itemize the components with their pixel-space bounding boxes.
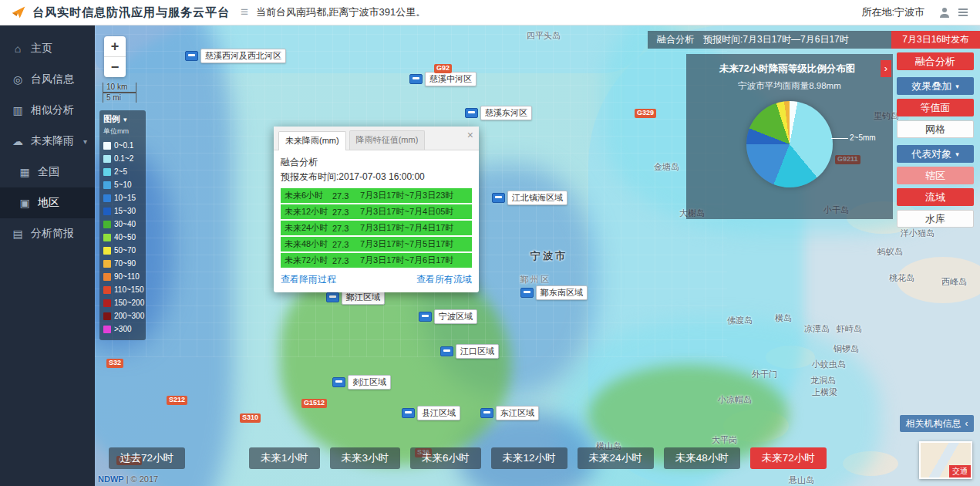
panel-subtitle: 宁波市平均面雨量8.98mm [686, 80, 893, 92]
legend-unit: 单位mm [103, 127, 142, 137]
station-icon [332, 377, 345, 387]
rain-table-row[interactable]: 未来48小时27.37月3日17时~7月5日17时 [281, 237, 472, 251]
row-value: 27.3 [332, 191, 360, 201]
time-button-future-72h[interactable]: 未来72小时 [750, 447, 827, 469]
station-marker[interactable]: 县江区域 [402, 406, 460, 420]
legend-swatch [103, 299, 111, 307]
sidebar-item-home[interactable]: ⌂ 主页 [0, 33, 95, 64]
rain-detail-popup: 未来降雨(mm) 降雨特征值(mm) × 融合分析 预报发布时间:2017-07… [274, 127, 479, 292]
station-marker[interactable]: 慈溪西河及西北河区 [185, 49, 286, 63]
fusion-analysis-button[interactable]: 融合分析 [897, 52, 974, 70]
panel-expand-button[interactable]: › [881, 60, 891, 77]
time-button-past-72h[interactable]: 过去72小时 [109, 447, 185, 469]
legend-label: 150~200 [114, 299, 144, 307]
button-label: 水库 [925, 212, 945, 226]
zoom-in-button[interactable]: + [104, 36, 126, 57]
row-range: 7月3日17时~7月3日23时 [360, 190, 468, 201]
station-marker[interactable]: 慈溪东河区 [465, 106, 532, 120]
minimap-thumbnail[interactable]: 交通 [919, 441, 972, 479]
station-marker[interactable]: 江北镇海区域 [492, 191, 567, 205]
basin-button[interactable]: 流域 [897, 188, 974, 206]
legend-item: 10~15 [103, 191, 142, 204]
overlay-effect-dropdown[interactable]: 效果叠加▾ [897, 77, 974, 95]
popup-close-icon[interactable]: × [467, 130, 473, 140]
legend-label: 110~150 [114, 285, 143, 294]
rain-table-row[interactable]: 未来72小时27.37月3日17时~7月6日17时 [281, 253, 472, 268]
station-marker[interactable]: 宁波区域 [419, 309, 477, 324]
map-scale: 10 km 5 mi [103, 83, 136, 103]
road-badge: G329 [635, 109, 656, 118]
attribution-brand[interactable]: NDWP [98, 474, 124, 484]
map-label-island: 桃花岛 [889, 272, 914, 284]
view-all-basins-link[interactable]: 查看所有流域 [416, 273, 472, 286]
map-label-island: 西峰岛 [941, 276, 967, 288]
station-marker[interactable]: 慈溪中河区 [409, 72, 477, 86]
rain-table-row[interactable]: 未来6小时27.37月3日17时~7月3日23时 [281, 188, 472, 203]
time-button-future-24h[interactable]: 未来24小时 [578, 447, 654, 469]
row-period: 未来24小时 [285, 222, 332, 234]
panel-title: 未来72小时降雨等级比例分布图 [694, 62, 881, 76]
button-label: 网格 [925, 123, 945, 137]
sidebar-item-analysis-report[interactable]: ▤ 分析简报 [0, 218, 95, 249]
station-marker[interactable]: 东江区域 [480, 406, 539, 420]
time-button-future-3h[interactable]: 未来3小时 [330, 447, 401, 469]
legend-swatch [103, 168, 111, 176]
isosurface-button[interactable]: 等值面 [897, 99, 974, 116]
user-icon[interactable] [938, 6, 951, 19]
row-period: 未来12小时 [285, 206, 332, 218]
station-icon [480, 408, 493, 418]
pie-slice-label: 2~5mm [850, 133, 876, 142]
station-marker[interactable]: 鄞东南区域 [520, 285, 588, 300]
org-info-button[interactable]: 相关机构信息 ‹ [900, 415, 974, 432]
typhoon-status-text: 当前台风南玛都,距离宁波市391公里。 [256, 5, 426, 19]
station-icon [440, 346, 453, 356]
legend-label: 0~0.1 [114, 141, 133, 150]
legend-swatch [103, 286, 111, 294]
rain-table-row[interactable]: 未来12小时27.37月3日17时~7月4日05时 [281, 204, 472, 219]
legend-collapse-icon[interactable]: ▾ [123, 116, 127, 123]
map-label-island: 横岛 [775, 312, 792, 324]
legend-item: 110~150 [103, 283, 142, 296]
map-label-island: 凉潭岛 [804, 323, 830, 335]
button-label: 辖区 [925, 169, 945, 183]
sidebar-item-region[interactable]: ▣ 地区 [0, 187, 95, 218]
sidebar-item-typhoon-info[interactable]: ◎ 台风信息 [0, 64, 95, 95]
time-button-future-6h[interactable]: 未来6小时 [410, 447, 481, 469]
legend-item: 70~90 [103, 257, 142, 270]
station-marker[interactable]: 江口区域 [440, 344, 499, 359]
more-menu-icon[interactable] [957, 6, 969, 19]
fusion-analysis-label[interactable]: 融合分析 [648, 33, 703, 46]
tab-future-rain[interactable]: 未来降雨(mm) [278, 131, 346, 150]
road-badge: S32 [106, 359, 123, 368]
row-range: 7月3日17时~7月6日17时 [360, 255, 468, 266]
location-label[interactable]: 所在地:宁波市 [861, 5, 924, 19]
sidebar-item-nationwide[interactable]: ▦ 全国 [0, 157, 95, 187]
station-marker[interactable]: 剡江区域 [332, 375, 391, 390]
representative-objects-dropdown[interactable]: 代表对象▾ [897, 145, 974, 163]
zoom-out-button[interactable]: − [104, 57, 126, 77]
time-button-future-1h[interactable]: 未来1小时 [249, 447, 320, 469]
legend-item: 15~30 [103, 204, 142, 218]
reservoir-button[interactable]: 水库 [897, 210, 974, 228]
grid-button[interactable]: 网格 [897, 120, 974, 138]
sidebar-item-label: 相似分析 [31, 103, 74, 117]
home-icon: ⌂ [12, 42, 24, 55]
sidebar-item-similar-analysis[interactable]: ▥ 相似分析 [0, 95, 95, 126]
scale-km: 10 km [103, 83, 136, 93]
rain-table-row[interactable]: 未来24小时27.37月3日17时~7月4日17时 [281, 221, 472, 235]
sidebar-item-future-rain[interactable]: ☁ 未来降雨 ▾ [0, 126, 95, 157]
map-canvas[interactable]: 四平头岛里钓岛金塘岛大榭岛小干岛宁波市鄞州区洋小猫岛蚂蚁岛桃花岛西峰岛佛渡岛横岛… [95, 25, 980, 486]
view-rain-process-link[interactable]: 查看降雨过程 [281, 273, 336, 286]
rain-pie-chart[interactable] [746, 101, 833, 187]
map-label-island: 佛渡岛 [727, 315, 753, 326]
menu-toggle-icon[interactable]: ≡ [241, 5, 248, 20]
station-label: 东江区域 [496, 406, 539, 420]
time-button-future-48h[interactable]: 未来48小时 [664, 447, 740, 469]
district-button[interactable]: 辖区 [897, 167, 974, 184]
legend-item: 2~5 [103, 165, 142, 178]
row-period: 未来72小时 [285, 255, 332, 266]
time-button-future-12h[interactable]: 未来12小时 [491, 447, 567, 469]
tab-rain-features[interactable]: 降雨特征值(mm) [349, 130, 426, 150]
legend-label: 30~40 [114, 220, 136, 228]
legend-title[interactable]: 图例 [103, 113, 120, 125]
